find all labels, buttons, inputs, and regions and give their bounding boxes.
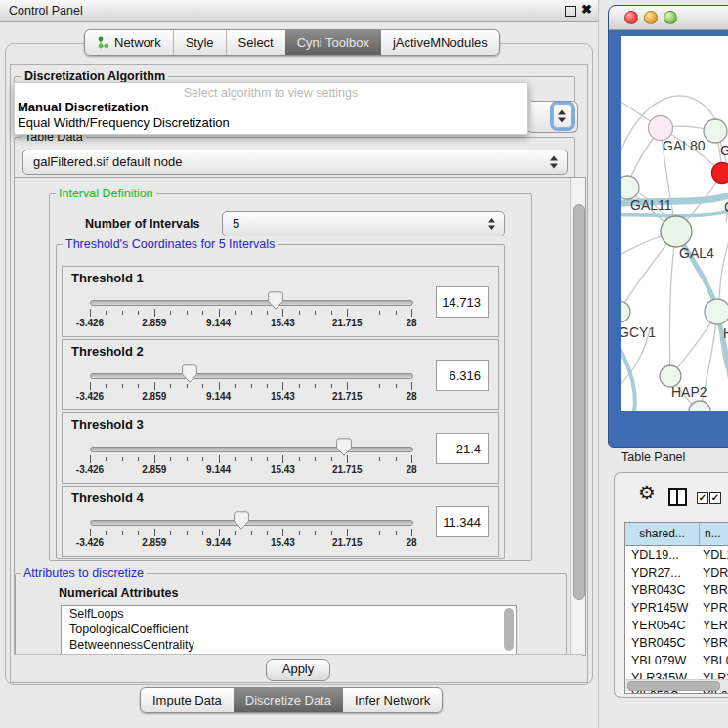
algorithm-option-manual-discretization[interactable]: Manual Discretization [18,100,149,114]
column-header-name[interactable]: n... [700,523,728,545]
settings-viewport: Interval Definition Number of Intervals … [14,177,586,656]
cell-shared-name[interactable]: YDL19... [625,546,700,564]
slider-track[interactable] [90,447,413,452]
cell-shared-name[interactable]: YPR145W [625,599,700,617]
cell-name[interactable]: YDR2... [700,564,728,581]
table-row[interactable]: YBR043CYBR0... [625,581,728,599]
float-window-icon[interactable] [565,6,576,17]
GAL11-node[interactable] [621,176,639,199]
table-data-group: Table Data galFiltered.sif default node [14,137,575,179]
threshold-value-field[interactable]: 14.713 [436,286,489,318]
settings-scrollbar[interactable] [570,178,585,654]
cell-name[interactable]: YBR0... [700,634,728,652]
tab-jactivemnodules[interactable]: jActiveMNodules [381,30,499,55]
cell-name[interactable]: YBL0... [700,652,728,669]
attributes-list-scrollbar[interactable] [504,608,514,651]
tab-discretize-data[interactable]: Discretize Data [234,688,343,712]
slider-thumb[interactable] [336,438,352,456]
settings-content: Discretization Algorithm Table Data galF… [10,64,588,683]
table-row[interactable]: YPR145WYPR1... [625,599,728,617]
zoom-traffic-light-icon[interactable] [664,11,677,24]
threshold-value-field[interactable]: 11.344 [436,506,489,537]
tab-label: Infer Network [355,693,430,707]
numerical-attributes-list[interactable]: SelfLoopsTopologicalCoefficientBetweenne… [61,605,517,656]
slider-thumb[interactable] [268,291,283,310]
algorithm-combobox-spinner[interactable] [553,104,572,128]
attribute-item-topologicalcoefficient[interactable]: TopologicalCoefficient [62,621,516,637]
bottom-tab-strip: Impute DataDiscretize DataInfer Network [140,687,443,713]
GAL4-node[interactable] [661,216,692,247]
table-data-combobox[interactable]: galFiltered.sif default node [22,150,568,175]
algorithm-combobox[interactable] [531,101,578,133]
threshold-label: Threshold 2 [71,344,144,359]
select-column-checkbox-icon[interactable]: ✓ [709,492,721,504]
cell-shared-name[interactable]: YBR045C [625,634,700,652]
table-row[interactable]: YBL079WYBL0... [625,652,728,669]
cell-shared-name[interactable]: YER054C [625,617,700,634]
minimize-traffic-light-icon[interactable] [644,11,658,24]
algorithm-popup-prompt: Select algorithm to view settings [15,86,527,100]
table-row[interactable]: YER054CYER0... [625,617,728,634]
red-node[interactable] [712,163,728,184]
control-panel-titlebar: Control Panel ✖ [0,0,598,22]
cell-name[interactable]: YER0... [700,617,728,634]
table-row[interactable]: YDR27...YDR2... [625,564,728,581]
tab-network[interactable]: Network [85,30,173,55]
slider-ticks [90,309,412,318]
attribute-item-betweennesscentrality[interactable]: BetweennessCentrality [62,637,516,653]
node-label-hap2: HAP2 [671,384,707,400]
attribute-item-selfloops[interactable]: SelfLoops [62,606,516,621]
network-canvas[interactable]: GAL80G.CGAL11GAL4GCY1HHAP2 [621,36,728,411]
slider-track[interactable] [90,373,413,379]
columns-icon[interactable] [668,488,687,506]
threshold-value-field[interactable]: 6.316 [436,360,489,391]
slider-ticks [90,529,412,537]
tab-label: Impute Data [152,693,222,707]
close-traffic-light-icon[interactable] [624,11,638,24]
slider-thumb[interactable] [234,511,249,530]
column-header-shared[interactable]: shared... [625,523,700,545]
right-node[interactable] [705,299,728,324]
table-hscrollbar[interactable] [625,679,728,691]
table-hscrollbar-thumb[interactable] [627,681,720,691]
node-table: shared... n... YDL19...YDL1...YDR27...YD… [624,522,728,694]
node-label-gal4: GAL4 [679,245,714,261]
table-row[interactable]: YDL19...YDL1... [625,546,728,564]
slider-tick-labels: -3.4262.8599.14415.4321.71528 [90,391,412,403]
tab-style[interactable]: Style [173,30,226,55]
close-icon[interactable]: ✖ [581,2,592,17]
cell-shared-name[interactable]: YBR043C [625,581,700,599]
tab-select[interactable]: Select [226,30,285,55]
tab-label: Cyni Toolbox [297,35,369,50]
network-window-titlebar [609,6,728,30]
top-right-node[interactable] [704,119,727,143]
network-view-window: GAL80G.CGAL11GAL4GCY1HHAP2 [608,5,728,448]
cell-shared-name[interactable]: YDR27... [625,564,700,581]
slider-tick-labels: -3.4262.8599.14415.4321.71528 [90,464,412,476]
GAL80-node[interactable] [649,116,673,141]
gear-icon[interactable]: ⚙ [638,483,656,502]
cell-name[interactable]: YBR0... [700,581,728,599]
slider-track[interactable] [90,520,413,526]
tab-infer-network[interactable]: Infer Network [343,688,442,712]
slider-track[interactable] [90,300,413,306]
settings-scrollbar-thumb[interactable] [573,204,585,600]
num-intervals-combobox[interactable]: 5 [222,211,505,236]
cell-shared-name[interactable]: YBL079W [625,652,700,669]
bottom-node[interactable] [689,401,710,411]
slider-ticks [90,455,412,464]
table-row[interactable]: YBR045CYBR0... [625,634,728,652]
tab-cyni-toolbox[interactable]: Cyni Toolbox [285,30,381,55]
algorithm-option-equal-width-frequency-discretization[interactable]: Equal Width/Frequency Discretization [18,115,230,130]
cell-name[interactable]: YPR1... [700,599,728,617]
slider-thumb[interactable] [182,364,197,383]
cell-name[interactable]: YDL1... [700,546,728,564]
apply-button[interactable]: Apply [266,659,330,681]
node-table-header: shared... n... [625,523,728,546]
control-panel: Control Panel ✖ NetworkStyleSelectCyni T… [0,0,599,728]
GCY1-node[interactable] [621,301,630,322]
select-all-checkbox-icon[interactable]: ✓ [697,492,708,504]
node-label-gal11: GAL11 [630,197,672,213]
threshold-value-field[interactable]: 21.4 [436,433,489,464]
tab-impute-data[interactable]: Impute Data [141,688,234,712]
